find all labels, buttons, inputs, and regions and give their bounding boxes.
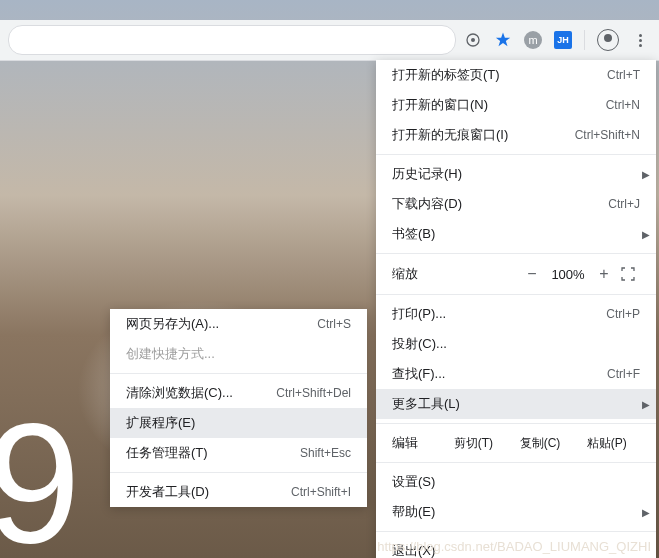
shortcut: Ctrl+S [317,317,351,331]
shortcut: Ctrl+P [606,307,640,321]
divider [376,531,656,532]
shortcut: Ctrl+J [608,197,640,211]
submenu-save-as[interactable]: 网页另存为(A)...Ctrl+S [110,309,367,339]
chevron-right-icon: ▶ [642,169,650,180]
label: 清除浏览数据(C)... [126,384,276,402]
label: 打开新的标签页(T) [392,66,607,84]
divider [376,423,656,424]
divider [110,373,367,374]
label: 开发者工具(D) [126,483,291,501]
chevron-right-icon: ▶ [642,399,650,410]
label: 网页另存为(A)... [126,315,317,333]
label: 设置(S) [392,473,640,491]
menu-bookmarks[interactable]: 书签(B)▶ [376,219,656,249]
shortcut: Ctrl+T [607,68,640,82]
menu-incognito[interactable]: 打开新的无痕窗口(I)Ctrl+Shift+N [376,120,656,150]
label: 下载内容(D) [392,195,608,213]
divider [376,462,656,463]
submenu-clear-data[interactable]: 清除浏览数据(C)...Ctrl+Shift+Del [110,378,367,408]
menu-find[interactable]: 查找(F)...Ctrl+F [376,359,656,389]
label: 书签(B) [392,225,640,243]
menu-more-tools[interactable]: 更多工具(L)▶ [376,389,656,419]
menu-print[interactable]: 打印(P)...Ctrl+P [376,299,656,329]
chrome-main-menu: 打开新的标签页(T)Ctrl+T 打开新的窗口(N)Ctrl+N 打开新的无痕窗… [376,60,656,558]
label: 打印(P)... [392,305,606,323]
divider [110,472,367,473]
menu-dots-icon[interactable] [631,31,649,49]
submenu-task-manager[interactable]: 任务管理器(T)Shift+Esc [110,438,367,468]
edit-copy[interactable]: 复制(C) [507,435,574,452]
menu-help[interactable]: 帮助(E)▶ [376,497,656,527]
location-icon[interactable] [464,31,482,49]
submenu-dev-tools[interactable]: 开发者工具(D)Ctrl+Shift+I [110,477,367,507]
divider [376,253,656,254]
label: 缩放 [392,265,520,283]
zoom-in-button[interactable]: + [592,262,616,286]
shortcut: Shift+Esc [300,446,351,460]
submenu-create-shortcut: 创建快捷方式... [110,339,367,369]
more-tools-submenu: 网页另存为(A)...Ctrl+S 创建快捷方式... 清除浏览数据(C)...… [110,309,367,507]
menu-new-tab[interactable]: 打开新的标签页(T)Ctrl+T [376,60,656,90]
label: 任务管理器(T) [126,444,300,462]
chevron-right-icon: ▶ [642,229,650,240]
toolbar-icons: m JH [464,29,659,51]
label: 扩展程序(E) [126,414,351,432]
extension-m-icon[interactable]: m [524,31,542,49]
menu-history[interactable]: 历史记录(H)▶ [376,159,656,189]
chevron-right-icon: ▶ [642,507,650,518]
divider [376,154,656,155]
submenu-extensions[interactable]: 扩展程序(E) [110,408,367,438]
shortcut: Ctrl+F [607,367,640,381]
edit-paste[interactable]: 粘贴(P) [573,435,640,452]
divider [376,294,656,295]
label: 历史记录(H) [392,165,640,183]
watermark-text: https://blog.csdn.net/BADAO_LIUMANG_QIZH… [377,539,651,554]
zoom-out-button[interactable]: − [520,262,544,286]
label: 创建快捷方式... [126,345,351,363]
label: 更多工具(L) [392,395,640,413]
label: 打开新的窗口(N) [392,96,606,114]
edit-cut[interactable]: 剪切(T) [440,435,507,452]
svg-point-1 [471,38,475,42]
menu-edit-row: 编辑 剪切(T) 复制(C) 粘贴(P) [376,428,656,458]
big-number: 9 [0,398,81,558]
label: 编辑 [392,434,440,452]
shortcut: Ctrl+Shift+I [291,485,351,499]
label: 投射(C)... [392,335,640,353]
browser-topbar: m JH [0,20,659,61]
shortcut: Ctrl+N [606,98,640,112]
label: 查找(F)... [392,365,607,383]
label: 帮助(E) [392,503,640,521]
profile-icon[interactable] [597,29,619,51]
separator [584,30,585,50]
menu-settings[interactable]: 设置(S) [376,467,656,497]
label: 打开新的无痕窗口(I) [392,126,575,144]
extension-jh-icon[interactable]: JH [554,31,572,49]
menu-downloads[interactable]: 下载内容(D)Ctrl+J [376,189,656,219]
menu-zoom: 缩放 − 100% + [376,258,656,290]
shortcut: Ctrl+Shift+N [575,128,640,142]
fullscreen-icon[interactable] [616,267,640,281]
menu-new-window[interactable]: 打开新的窗口(N)Ctrl+N [376,90,656,120]
zoom-value: 100% [544,267,592,282]
address-bar[interactable] [8,25,456,55]
shortcut: Ctrl+Shift+Del [276,386,351,400]
bookmark-star-icon[interactable] [494,31,512,49]
menu-cast[interactable]: 投射(C)... [376,329,656,359]
